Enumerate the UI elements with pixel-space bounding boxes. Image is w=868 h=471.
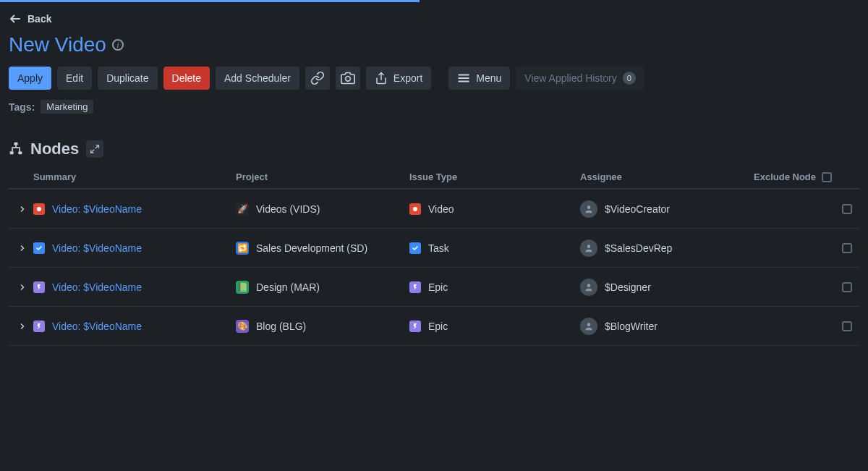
issue-type-label: Epic	[428, 321, 448, 332]
expand-row-chevron[interactable]	[16, 242, 29, 255]
exclude-row-checkbox[interactable]	[842, 243, 852, 253]
project-avatar: 📗	[236, 281, 249, 294]
export-button[interactable]: Export	[366, 67, 431, 90]
duplicate-button[interactable]: Duplicate	[98, 67, 157, 90]
svg-point-17	[587, 284, 591, 287]
project-name: Videos (VIDS)	[256, 203, 320, 215]
col-assignee[interactable]: Assignee	[580, 171, 732, 182]
expand-row-chevron[interactable]	[16, 281, 29, 294]
table-header: Summary Project Issue Type Assignee Excl…	[9, 166, 859, 190]
delete-button[interactable]: Delete	[163, 67, 210, 90]
svg-point-11	[37, 207, 41, 211]
share-icon	[375, 72, 388, 85]
edit-button[interactable]: Edit	[57, 67, 92, 90]
svg-line-10	[91, 150, 94, 153]
menu-button[interactable]: Menu	[448, 67, 510, 90]
assignee-avatar	[580, 200, 597, 218]
svg-marker-15	[38, 284, 41, 290]
svg-point-1	[346, 77, 351, 82]
assignee-name: $SalesDevRep	[605, 242, 672, 254]
menu-label: Menu	[476, 72, 501, 84]
link-button[interactable]	[305, 67, 330, 90]
assignee-name: $Designer	[605, 281, 651, 293]
summary-link[interactable]: Video: $VideoName	[52, 203, 142, 215]
project-name: Blog (BLG)	[256, 321, 306, 332]
summary-link[interactable]: Video: $VideoName	[52, 242, 142, 254]
link-icon	[310, 71, 325, 85]
project-avatar: 🔁	[236, 242, 249, 255]
video-icon	[409, 203, 421, 215]
nodes-table: Summary Project Issue Type Assignee Excl…	[9, 166, 859, 346]
svg-rect-7	[10, 151, 14, 154]
tags-label: Tags:	[9, 101, 35, 113]
svg-marker-19	[414, 323, 417, 329]
table-row: Video: $VideoName 📗 Design (MAR) Epic $D…	[9, 268, 859, 307]
assignee-name: $VideoCreator	[605, 203, 670, 215]
svg-marker-16	[414, 284, 417, 290]
table-row: Video: $VideoName 🎨 Blog (BLG) Epic $Blo…	[9, 307, 859, 346]
video-icon	[33, 203, 45, 215]
expand-row-chevron[interactable]	[16, 320, 29, 333]
view-history[interactable]: View Applied History 0	[516, 67, 644, 90]
project-avatar: 🎨	[236, 320, 249, 333]
svg-point-14	[587, 245, 591, 248]
summary-link[interactable]: Video: $VideoName	[52, 281, 142, 293]
epic-icon	[409, 281, 421, 293]
table-row: Video: $VideoName 🔁 Sales Development (S…	[9, 229, 859, 268]
issue-type-label: Epic	[428, 281, 448, 293]
epic-icon	[33, 321, 45, 332]
svg-point-13	[587, 205, 591, 209]
camera-icon	[341, 71, 355, 85]
tag-chip[interactable]: Marketing	[41, 100, 93, 114]
issue-type-label: Video	[428, 203, 454, 215]
exclude-row-checkbox[interactable]	[842, 282, 852, 292]
page-title[interactable]: New Video	[9, 33, 106, 56]
assignee-avatar	[580, 279, 597, 296]
tags-row: Tags: Marketing	[9, 100, 859, 114]
col-issue-type[interactable]: Issue Type	[409, 171, 580, 182]
toolbar: Apply Edit Duplicate Delete Add Schedule…	[9, 67, 859, 90]
task-icon	[409, 242, 421, 254]
col-summary[interactable]: Summary	[33, 171, 236, 182]
info-icon[interactable]: i	[112, 39, 124, 51]
col-project[interactable]: Project	[236, 171, 409, 182]
assignee-name: $BlogWriter	[605, 321, 658, 332]
camera-button[interactable]	[336, 67, 360, 90]
project-name: Sales Development (SD)	[256, 242, 367, 254]
epic-icon	[33, 281, 45, 293]
table-row: Video: $VideoName 🚀 Videos (VIDS) Video …	[9, 190, 859, 229]
section-title-nodes: Nodes	[30, 140, 79, 158]
project-avatar: 🚀	[236, 203, 249, 216]
svg-point-12	[413, 207, 417, 211]
apply-button[interactable]: Apply	[9, 67, 51, 90]
project-name: Design (MAR)	[256, 281, 320, 293]
expand-tree-button[interactable]	[86, 140, 103, 158]
task-icon	[33, 242, 45, 254]
back-button[interactable]: Back	[9, 12, 51, 25]
svg-marker-18	[38, 323, 41, 329]
issue-type-label: Task	[428, 242, 449, 254]
history-label: View Applied History	[524, 72, 616, 84]
menu-icon	[457, 72, 470, 85]
epic-icon	[409, 321, 421, 332]
exclude-all-checkbox[interactable]	[822, 172, 832, 182]
exclude-row-checkbox[interactable]	[842, 204, 852, 214]
summary-link[interactable]: Video: $VideoName	[52, 321, 142, 332]
svg-rect-6	[14, 142, 18, 145]
arrow-left-icon	[9, 12, 22, 25]
hierarchy-icon	[9, 141, 23, 158]
export-label: Export	[393, 72, 422, 84]
svg-point-20	[587, 323, 591, 326]
assignee-avatar	[580, 318, 597, 335]
svg-rect-8	[18, 151, 22, 154]
assignee-avatar	[580, 239, 597, 257]
history-count: 0	[623, 72, 636, 85]
loading-bar	[0, 0, 868, 2]
svg-line-9	[95, 145, 98, 148]
back-label: Back	[27, 13, 51, 25]
add-scheduler-button[interactable]: Add Scheduler	[216, 67, 299, 90]
col-exclude[interactable]: Exclude Node	[754, 171, 816, 182]
exclude-row-checkbox[interactable]	[842, 321, 852, 331]
expand-icon	[90, 144, 100, 154]
expand-row-chevron[interactable]	[16, 203, 29, 216]
